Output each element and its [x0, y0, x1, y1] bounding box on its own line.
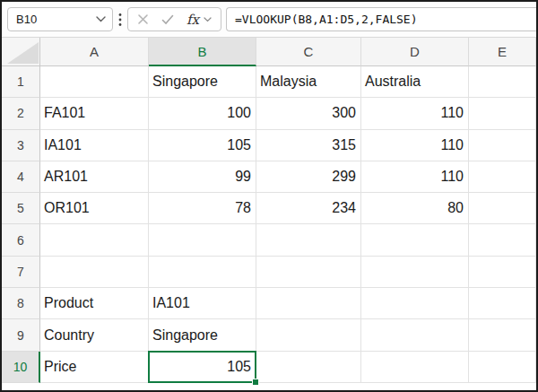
cell-B5[interactable]: 78: [149, 193, 256, 224]
cell-E4[interactable]: [469, 161, 536, 193]
cell-B10-selected[interactable]: 105: [149, 352, 256, 383]
cell-D1[interactable]: Australia: [361, 66, 469, 98]
cancel-icon[interactable]: [137, 13, 149, 25]
column-header-D[interactable]: D: [361, 38, 469, 66]
row-header-9[interactable]: 9: [2, 319, 40, 351]
fill-handle[interactable]: [252, 379, 259, 386]
row-header-6[interactable]: 6: [2, 224, 40, 256]
cell-E3[interactable]: [469, 130, 536, 161]
row-header-7[interactable]: 7: [2, 257, 40, 288]
cell-E7[interactable]: [469, 257, 536, 288]
excel-window: B10 fx =VLOOKUP(B8,A1:D5,2,FALSE) A B: [0, 0, 538, 392]
cell-A2[interactable]: FA101: [40, 98, 149, 129]
column-header-A[interactable]: A: [40, 38, 149, 66]
cell-C4[interactable]: 299: [256, 161, 361, 193]
cell-D6[interactable]: [361, 224, 469, 256]
cell-B6[interactable]: [149, 224, 256, 256]
cell-C6[interactable]: [256, 224, 361, 256]
cell-E9[interactable]: [469, 319, 536, 351]
cell-B2[interactable]: 100: [149, 98, 256, 129]
column-header-E[interactable]: E: [469, 38, 536, 66]
cell-D4[interactable]: 110: [361, 161, 469, 193]
cell-C2[interactable]: 300: [256, 98, 361, 129]
cell-B1[interactable]: Singapore: [149, 66, 256, 98]
insert-function-icon[interactable]: fx: [187, 12, 199, 28]
name-box[interactable]: B10: [7, 7, 113, 31]
cell-E2[interactable]: [469, 98, 536, 129]
cell-B4[interactable]: 99: [149, 161, 256, 193]
cell-E8[interactable]: [469, 288, 536, 319]
more-options-icon[interactable]: [118, 13, 122, 27]
chevron-down-icon[interactable]: [204, 17, 212, 22]
cell-C1[interactable]: Malaysia: [256, 66, 361, 98]
cell-B10-value: 105: [227, 359, 251, 375]
enter-check-icon[interactable]: [161, 14, 174, 25]
cell-A6[interactable]: [40, 224, 149, 256]
cell-B7[interactable]: [149, 257, 256, 288]
column-header-C[interactable]: C: [256, 38, 361, 66]
row-header-3[interactable]: 3: [2, 130, 40, 161]
formula-bar: B10 fx =VLOOKUP(B8,A1:D5,2,FALSE): [2, 2, 536, 38]
cell-E1[interactable]: [469, 66, 536, 98]
cell-B8[interactable]: IA101: [149, 288, 256, 319]
cell-C8[interactable]: [256, 288, 361, 319]
column-header-B[interactable]: B: [149, 38, 256, 66]
row-header-1[interactable]: 1: [2, 66, 40, 98]
name-box-value: B10: [16, 13, 37, 26]
row-header-8[interactable]: 8: [2, 288, 40, 319]
cell-A7[interactable]: [40, 257, 149, 288]
cell-C9[interactable]: [256, 319, 361, 351]
row-header-2[interactable]: 2: [2, 98, 40, 129]
cell-D7[interactable]: [361, 257, 469, 288]
select-all-corner[interactable]: [2, 38, 40, 66]
row-header-4[interactable]: 4: [2, 161, 40, 193]
row-header-5[interactable]: 5: [2, 193, 40, 224]
cell-A1[interactable]: [40, 66, 149, 98]
cell-D5[interactable]: 80: [361, 193, 469, 224]
cell-A4[interactable]: AR101: [40, 161, 149, 193]
cell-D8[interactable]: [361, 288, 469, 319]
formula-buttons-group: fx: [127, 7, 221, 31]
select-all-triangle-icon: [7, 42, 39, 64]
cell-E6[interactable]: [469, 224, 536, 256]
cell-C3[interactable]: 315: [256, 130, 361, 161]
cell-C10[interactable]: [256, 352, 361, 383]
cell-D10[interactable]: [361, 352, 469, 383]
cell-C7[interactable]: [256, 257, 361, 288]
cell-D2[interactable]: 110: [361, 98, 469, 129]
row-header-10[interactable]: 10: [2, 352, 40, 383]
cell-E10[interactable]: [469, 352, 536, 383]
cell-A5[interactable]: OR101: [40, 193, 149, 224]
chevron-down-icon[interactable]: [96, 16, 106, 22]
cell-E5[interactable]: [469, 193, 536, 224]
cell-B9[interactable]: Singapore: [149, 319, 256, 351]
formula-input[interactable]: =VLOOKUP(B8,A1:D5,2,FALSE): [226, 7, 536, 31]
cell-A3[interactable]: IA101: [40, 130, 149, 161]
cell-D9[interactable]: [361, 319, 469, 351]
cell-A8[interactable]: Product: [40, 288, 149, 319]
cell-D3[interactable]: 110: [361, 130, 469, 161]
cell-A9[interactable]: Country: [40, 319, 149, 351]
cell-A10[interactable]: Price: [40, 352, 149, 383]
spreadsheet-grid: A B C D E 1 Singapore Malaysia Australia…: [2, 38, 536, 390]
cell-B3[interactable]: 105: [149, 130, 256, 161]
cell-C5[interactable]: 234: [256, 193, 361, 224]
